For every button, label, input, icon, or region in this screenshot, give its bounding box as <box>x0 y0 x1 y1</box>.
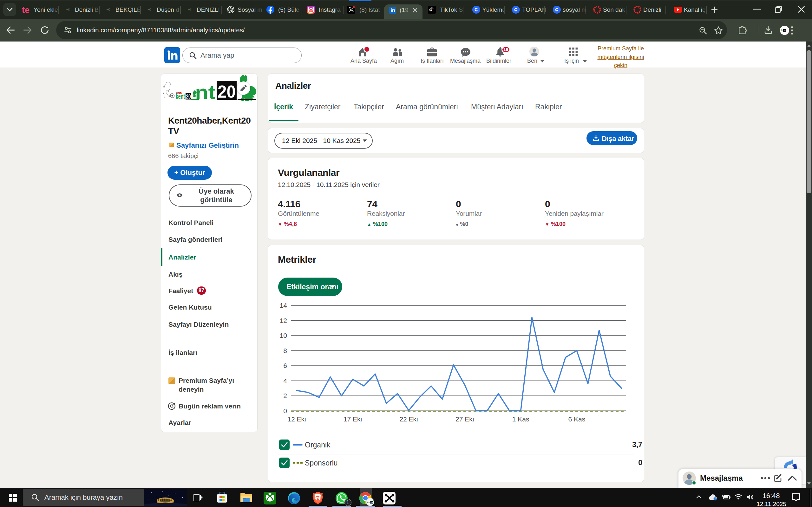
svg-text:12: 12 <box>280 317 287 324</box>
svg-text:1 Kas: 1 Kas <box>512 415 529 423</box>
svg-text:kent: kent <box>176 92 185 101</box>
svg-text:k: k <box>781 29 783 32</box>
svg-text:2: 2 <box>283 392 287 399</box>
svg-text:17 Eki: 17 Eki <box>344 415 362 423</box>
svg-text:20: 20 <box>186 94 191 100</box>
svg-text:20: 20 <box>370 501 373 504</box>
svg-text:20: 20 <box>217 82 236 101</box>
svg-text:6 Kas: 6 Kas <box>568 415 585 423</box>
svg-text:0: 0 <box>283 407 287 414</box>
svg-text:4: 4 <box>283 377 287 384</box>
svg-text:ke: ke <box>367 501 370 504</box>
svg-text:12 Eki: 12 Eki <box>287 415 306 423</box>
svg-text:20: 20 <box>783 29 786 32</box>
svg-text:nt: nt <box>195 81 215 101</box>
svg-text:8: 8 <box>283 347 287 354</box>
svg-text:27 Eki: 27 Eki <box>455 415 474 423</box>
svg-text:14: 14 <box>280 302 287 309</box>
svg-text:22 Eki: 22 Eki <box>399 415 418 423</box>
svg-text:6: 6 <box>283 362 287 369</box>
svg-text:10: 10 <box>280 332 287 339</box>
